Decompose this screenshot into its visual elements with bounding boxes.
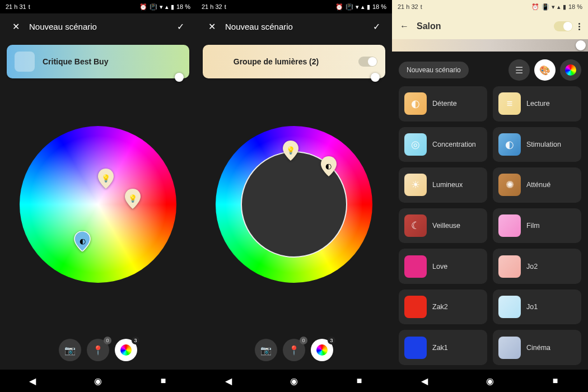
palette-icon: 🎨 bbox=[539, 65, 550, 76]
scene-love[interactable]: Love bbox=[399, 249, 487, 284]
confirm-icon[interactable]: ✓ bbox=[368, 18, 384, 34]
brightness-knob[interactable] bbox=[175, 73, 184, 82]
nav-home[interactable]: ◉ bbox=[93, 376, 103, 386]
android-navbar: ◀ ◉ ■ bbox=[392, 370, 588, 392]
android-navbar: ◀ ◉ ■ bbox=[0, 370, 196, 392]
room-name: Critique Best Buy bbox=[43, 57, 108, 66]
scene-thumb: ✺ bbox=[498, 174, 521, 196]
status-time: 21 h 32 bbox=[202, 3, 222, 10]
scene-zak2[interactable]: Zak2 bbox=[399, 290, 487, 325]
list-icon: ☰ bbox=[515, 65, 523, 76]
brightness-knob[interactable] bbox=[371, 73, 380, 82]
brightness-strip[interactable] bbox=[392, 39, 588, 52]
scene-thumb: ◎ bbox=[404, 133, 427, 156]
wifi-icon: ▾ bbox=[552, 3, 555, 11]
pin-icon: 📍 bbox=[92, 345, 104, 356]
bulb-icon: 💡 bbox=[128, 194, 137, 203]
confirm-icon[interactable]: ✓ bbox=[172, 18, 188, 34]
scene-thumb bbox=[404, 296, 427, 318]
scene-grid: ◐Détente ≡Lecture ◎Concentration ◐Stimul… bbox=[392, 86, 588, 370]
scene-thumb bbox=[498, 337, 521, 359]
status-bar: 21 h 32 t ⏰ 📳 ▾ ▴ ▮ 18 % bbox=[392, 0, 588, 13]
color-wheel[interactable]: 💡 💡 ◐ bbox=[20, 126, 176, 283]
status-time: 21 h 31 bbox=[6, 3, 26, 10]
screen-header: ✕ Nouveau scénario ✓ bbox=[196, 13, 392, 39]
nav-recent[interactable]: ■ bbox=[550, 376, 561, 386]
light-pin-2[interactable]: 💡 bbox=[124, 189, 141, 209]
battery-icon: ▮ bbox=[171, 3, 174, 11]
scene-attenue[interactable]: ✺Atténué bbox=[493, 167, 581, 203]
back-icon[interactable]: ← bbox=[400, 21, 409, 31]
alarm-icon: ⏰ bbox=[531, 3, 539, 11]
light-pin-1[interactable]: 💡 bbox=[282, 141, 299, 161]
lamp-icon: ◐ bbox=[80, 237, 86, 245]
scene-thumb bbox=[404, 337, 427, 359]
battery-icon: ▮ bbox=[563, 3, 566, 11]
nav-recent[interactable]: ■ bbox=[158, 376, 169, 386]
room-card[interactable]: Critique Best Buy bbox=[7, 45, 189, 78]
colorwheel-icon bbox=[316, 344, 328, 356]
scene-stimulation[interactable]: ◐Stimulation bbox=[493, 127, 581, 162]
tab-camera[interactable]: 📷 bbox=[255, 339, 277, 361]
nav-back[interactable]: ◀ bbox=[223, 376, 234, 386]
scene-concentration[interactable]: ◎Concentration bbox=[399, 127, 487, 162]
scene-thumb: ◐ bbox=[498, 133, 521, 156]
view-color-button[interactable] bbox=[560, 59, 581, 81]
lamp-icon: ◐ bbox=[325, 162, 332, 170]
scene-jo1[interactable]: Jo1 bbox=[493, 290, 581, 325]
scene-lecture[interactable]: ≡Lecture bbox=[493, 86, 581, 122]
light-pin-1[interactable]: 💡 bbox=[97, 169, 114, 189]
group-toggle[interactable] bbox=[358, 57, 377, 67]
status-tag: t bbox=[29, 3, 30, 10]
status-tag: t bbox=[421, 3, 422, 10]
pin-icon: 📍 bbox=[288, 345, 300, 356]
android-navbar: ◀ ◉ ■ bbox=[196, 370, 392, 392]
nav-home[interactable]: ◉ bbox=[485, 376, 495, 386]
room-power-toggle[interactable] bbox=[554, 21, 573, 31]
scene-jo2[interactable]: Jo2 bbox=[493, 249, 581, 284]
tab-colors[interactable]: 3 bbox=[311, 339, 333, 361]
nav-back[interactable]: ◀ bbox=[419, 376, 430, 386]
scene-toolbar: Nouveau scénario ☰ 🎨 bbox=[392, 54, 588, 86]
color-wheel-area: 💡 ◐ bbox=[196, 78, 392, 330]
view-list-button[interactable]: ☰ bbox=[508, 59, 530, 81]
panel-scenario-color-1: 21 h 31 t ⏰ 📳 ▾ ▴ ▮ 18 % ✕ Nouveau scéna… bbox=[0, 0, 196, 392]
page-title: Nouveau scénario bbox=[225, 22, 368, 31]
colorwheel-icon bbox=[565, 64, 576, 76]
brightness-knob[interactable] bbox=[576, 40, 586, 50]
overflow-menu-icon[interactable] bbox=[578, 23, 580, 30]
nav-back[interactable]: ◀ bbox=[27, 376, 38, 386]
nav-home[interactable]: ◉ bbox=[289, 376, 299, 386]
scene-cinema[interactable]: Cinéma bbox=[493, 330, 581, 365]
colorwheel-icon bbox=[120, 344, 132, 356]
alarm-icon: ⏰ bbox=[139, 3, 147, 11]
new-scene-button[interactable]: Nouveau scénario bbox=[399, 62, 469, 78]
wifi-icon: ▾ bbox=[356, 3, 359, 11]
scene-lumineux[interactable]: ☀Lumineux bbox=[399, 167, 487, 203]
screen-header: ✕ Nouveau scénario ✓ bbox=[0, 13, 196, 39]
nav-recent[interactable]: ■ bbox=[354, 376, 365, 386]
alarm-icon: ⏰ bbox=[335, 3, 343, 11]
bulb-icon: 💡 bbox=[286, 146, 295, 155]
tab-whites[interactable]: 📍 0 bbox=[283, 339, 305, 361]
tab-camera[interactable]: 📷 bbox=[59, 339, 81, 361]
scene-film[interactable]: Film bbox=[493, 208, 581, 244]
signal-icon: ▴ bbox=[361, 3, 365, 11]
battery-pct: 18 % bbox=[372, 3, 386, 10]
tab-badge: 3 bbox=[328, 337, 335, 344]
scene-thumb bbox=[404, 255, 427, 278]
light-pin-3[interactable]: ◐ bbox=[74, 231, 91, 251]
scene-veilleuse[interactable]: ☾Veilleuse bbox=[399, 208, 487, 244]
tab-badge: 0 bbox=[300, 337, 307, 344]
view-palette-button[interactable]: 🎨 bbox=[534, 59, 556, 81]
scene-zak1[interactable]: Zak1 bbox=[399, 330, 487, 365]
color-wheel-ring[interactable]: 💡 ◐ bbox=[216, 126, 372, 283]
tab-colors[interactable]: 3 bbox=[115, 339, 137, 361]
tab-whites[interactable]: 📍 0 bbox=[87, 339, 109, 361]
close-icon[interactable]: ✕ bbox=[204, 18, 220, 34]
group-card[interactable]: Groupe de lumières (2) bbox=[203, 45, 385, 78]
tab-badge: 0 bbox=[104, 337, 111, 344]
scene-detente[interactable]: ◐Détente bbox=[399, 86, 487, 122]
close-icon[interactable]: ✕ bbox=[8, 18, 24, 34]
light-pin-2[interactable]: ◐ bbox=[320, 156, 337, 176]
